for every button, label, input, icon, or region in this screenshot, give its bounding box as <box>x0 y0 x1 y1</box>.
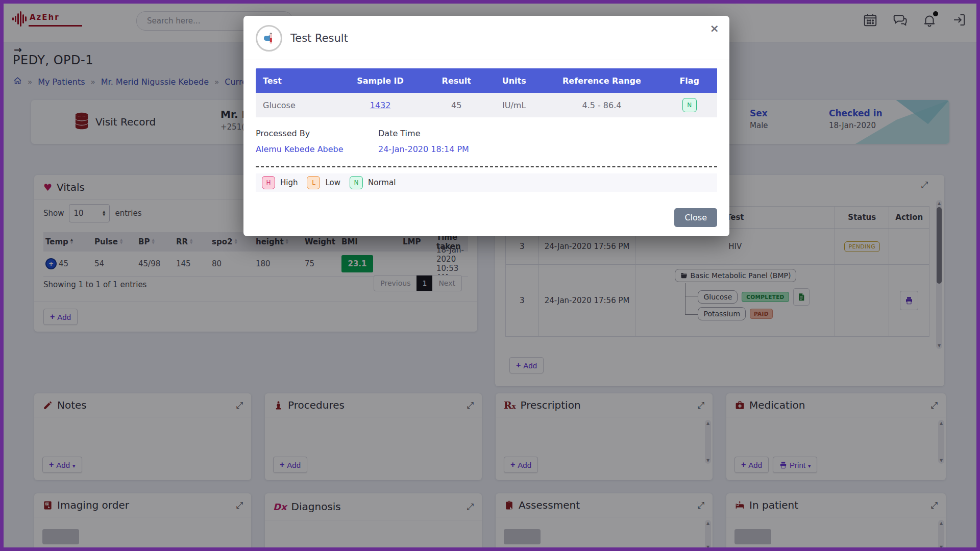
col-result: Result <box>426 68 486 93</box>
col-units: Units <box>486 68 542 93</box>
sample-id-link[interactable]: 1432 <box>370 101 391 110</box>
low-flag-badge: L <box>307 176 320 189</box>
dashed-divider <box>256 166 717 167</box>
test-result-modal: Test Result Test Sample ID Result Units … <box>243 16 729 236</box>
app-window: AzEhr <box>0 0 980 551</box>
high-label: High <box>280 178 298 187</box>
result-value: 45 <box>426 93 486 117</box>
col-test: Test <box>256 68 334 93</box>
normal-label: Normal <box>368 178 396 187</box>
normal-flag-badge: N <box>350 176 363 189</box>
flag-badge-normal: N <box>682 98 697 112</box>
test-result-table: Test Sample ID Result Units Reference Ra… <box>256 68 717 117</box>
result-row: Glucose 1432 45 IU/mL 4.5 - 86.4 N <box>256 93 717 117</box>
col-reference-range: Reference Range <box>542 68 662 93</box>
modal-title: Test Result <box>290 32 348 44</box>
close-button[interactable]: Close <box>674 208 717 227</box>
low-label: Low <box>325 178 340 187</box>
close-icon[interactable] <box>710 22 719 35</box>
test-tube-hand-icon <box>256 25 282 52</box>
flag-legend: H High L Low N Normal <box>256 173 717 192</box>
reference-range-value: 4.5 - 86.4 <box>542 93 662 117</box>
result-table-header: Test Sample ID Result Units Reference Ra… <box>256 68 717 93</box>
processed-by-label: Processed By <box>256 129 378 138</box>
high-flag-badge: H <box>262 176 275 189</box>
date-time-label: Date Time <box>378 129 469 138</box>
test-name: Glucose <box>256 93 334 117</box>
units-value: IU/mL <box>486 93 542 117</box>
col-flag: Flag <box>662 68 717 93</box>
processed-by-link[interactable]: Alemu Kebede Abebe <box>256 144 378 154</box>
col-sample-id: Sample ID <box>334 68 427 93</box>
date-time-value: 24-Jan-2020 18:14 PM <box>378 144 469 154</box>
